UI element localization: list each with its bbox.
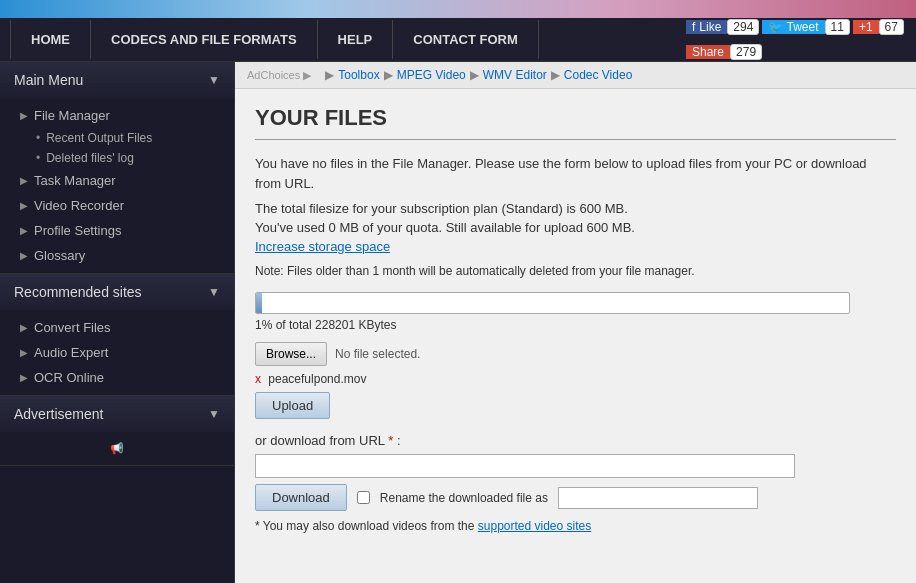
breadcrumb-sep-2: ▶ xyxy=(470,68,479,82)
sidebar-item-arrow: ▶ xyxy=(20,175,28,186)
sidebar-item-convert-files[interactable]: ▶ Convert Files xyxy=(0,315,234,340)
browse-button[interactable]: Browse... xyxy=(255,342,327,366)
sidebar-item-ocr-online[interactable]: ▶ OCR Online xyxy=(0,365,234,390)
sidebar-item-label: OCR Online xyxy=(34,370,104,385)
breadcrumb-wmv[interactable]: WMV Editor xyxy=(483,68,547,82)
sidebar-recommended-header[interactable]: Recommended sites ▼ xyxy=(0,274,234,310)
colon: : xyxy=(397,433,401,448)
upload-section: Browse... No file selected. x peacefulpo… xyxy=(255,342,896,419)
rename-input[interactable] xyxy=(558,487,758,509)
breadcrumb-sep-3: ▶ xyxy=(551,68,560,82)
sidebar-item-arrow: ▶ xyxy=(20,225,28,236)
googleplus-btn[interactable]: +1 67 xyxy=(853,16,904,38)
info-text: You have no files in the File Manager. P… xyxy=(255,154,896,193)
nav-codecs[interactable]: CODECS AND FILE FORMATS xyxy=(91,20,318,59)
breadcrumb-sep-1: ▶ xyxy=(384,68,393,82)
main-layout: Main Menu ▼ ▶ File Manager Recent Output… xyxy=(0,62,916,583)
sidebar-main-menu-arrow: ▼ xyxy=(208,73,220,87)
remove-file-btn[interactable]: x xyxy=(255,372,261,386)
twitter-tweet-label: 🐦 Tweet xyxy=(762,20,824,34)
sidebar-item-task-manager[interactable]: ▶ Task Manager xyxy=(0,168,234,193)
adchoices-label[interactable]: AdChoices ▶ xyxy=(247,69,311,82)
nav-contact[interactable]: CONTACT FORM xyxy=(393,20,538,59)
sidebar-main-menu-header[interactable]: Main Menu ▼ xyxy=(0,62,234,98)
googleplus-count: 67 xyxy=(879,19,904,35)
twitter-tweet-count: 11 xyxy=(825,19,850,35)
nav-help[interactable]: HELP xyxy=(318,20,394,59)
sidebar-item-arrow: ▶ xyxy=(20,200,28,211)
sidebar-item-video-recorder[interactable]: ▶ Video Recorder xyxy=(0,193,234,218)
supported-note-text: * You may also download videos from the xyxy=(255,519,474,533)
sidebar: Main Menu ▼ ▶ File Manager Recent Output… xyxy=(0,62,235,583)
storage-line-1: The total filesize for your subscription… xyxy=(255,201,896,216)
sidebar-sub-recent-output[interactable]: Recent Output Files xyxy=(0,128,234,148)
breadcrumb-mpeg[interactable]: MPEG Video xyxy=(397,68,466,82)
nav-bar: HOME CODECS AND FILE FORMATS HELP CONTAC… xyxy=(0,18,916,62)
googleplus-label: +1 xyxy=(853,20,879,34)
sidebar-recommended-label: Recommended sites xyxy=(14,284,142,300)
sidebar-item-label: Audio Expert xyxy=(34,345,108,360)
sidebar-item-audio-expert[interactable]: ▶ Audio Expert xyxy=(0,340,234,365)
share-count: 279 xyxy=(730,44,762,60)
social-buttons: fLike 294 🐦 Tweet 11 +1 67 Share 279 xyxy=(686,16,906,63)
rename-label: Rename the downloaded file as xyxy=(380,491,548,505)
twitter-tweet-btn[interactable]: 🐦 Tweet 11 xyxy=(762,16,850,38)
file-label: No file selected. xyxy=(335,347,420,361)
sidebar-item-arrow: ▶ xyxy=(20,250,28,261)
nav-links: HOME CODECS AND FILE FORMATS HELP CONTAC… xyxy=(10,20,539,59)
page-title: YOUR FILES xyxy=(255,105,896,140)
sidebar-item-label: Video Recorder xyxy=(34,198,124,213)
sidebar-sub-label: Recent Output Files xyxy=(46,131,152,145)
upload-button[interactable]: Upload xyxy=(255,392,330,419)
facebook-like-count: 294 xyxy=(727,19,759,35)
breadcrumb-codec[interactable]: Codec Video xyxy=(564,68,633,82)
download-label-text: or download from URL xyxy=(255,433,385,448)
sidebar-item-label: Profile Settings xyxy=(34,223,121,238)
download-section: or download from URL * : Download Rename… xyxy=(255,433,896,533)
increase-storage-link[interactable]: Increase storage space xyxy=(255,239,390,254)
supported-note: * You may also download videos from the … xyxy=(255,519,896,533)
sidebar-item-label: File Manager xyxy=(34,108,110,123)
note-text: Note: Files older than 1 month will be a… xyxy=(255,264,896,278)
download-label: or download from URL * : xyxy=(255,433,896,448)
sidebar-item-label: Convert Files xyxy=(34,320,111,335)
progress-label: 1% of total 228201 KBytes xyxy=(255,318,896,332)
share-label: Share xyxy=(686,45,730,59)
url-input[interactable] xyxy=(255,454,795,478)
sidebar-item-arrow: ▶ xyxy=(20,347,28,358)
share-btn[interactable]: Share 279 xyxy=(686,41,762,63)
sidebar-advertisement-header[interactable]: Advertisement ▼ xyxy=(0,396,234,432)
rename-checkbox[interactable] xyxy=(357,491,370,504)
sidebar-sub-deleted-files[interactable]: Deleted files' log xyxy=(0,148,234,168)
sidebar-recommended-items: ▶ Convert Files ▶ Audio Expert ▶ OCR Onl… xyxy=(0,310,234,395)
ad-placeholder: 📢 xyxy=(0,432,234,465)
sidebar-section-recommended: Recommended sites ▼ ▶ Convert Files ▶ Au… xyxy=(0,274,234,396)
breadcrumb: AdChoices ▶ ▶ Toolbox ▶ MPEG Video ▶ WMV… xyxy=(235,62,916,89)
sidebar-item-profile-settings[interactable]: ▶ Profile Settings xyxy=(0,218,234,243)
file-input-row: Browse... No file selected. xyxy=(255,342,896,366)
sidebar-item-file-manager[interactable]: ▶ File Manager xyxy=(0,103,234,128)
required-marker: * xyxy=(388,433,393,448)
content-body: YOUR FILES You have no files in the File… xyxy=(235,89,916,549)
sidebar-advertisement-arrow: ▼ xyxy=(208,407,220,421)
supported-video-sites-link[interactable]: supported video sites xyxy=(478,519,591,533)
facebook-like-btn[interactable]: fLike 294 xyxy=(686,16,759,38)
download-button[interactable]: Download xyxy=(255,484,347,511)
sidebar-main-menu-label: Main Menu xyxy=(14,72,83,88)
progress-container xyxy=(255,292,896,314)
sidebar-item-arrow: ▶ xyxy=(20,322,28,333)
sidebar-item-arrow: ▶ xyxy=(20,110,28,121)
selected-filename: peacefulpond.mov xyxy=(268,372,366,386)
sidebar-item-label: Glossary xyxy=(34,248,85,263)
breadcrumb-toolbox[interactable]: Toolbox xyxy=(338,68,379,82)
selected-file: x peacefulpond.mov xyxy=(255,372,896,386)
sidebar-item-label: Task Manager xyxy=(34,173,116,188)
facebook-like-label: fLike xyxy=(686,20,727,34)
progress-bar-inner xyxy=(256,293,262,313)
sidebar-main-menu-items: ▶ File Manager Recent Output Files Delet… xyxy=(0,98,234,273)
sidebar-item-glossary[interactable]: ▶ Glossary xyxy=(0,243,234,268)
sidebar-advertisement-label: Advertisement xyxy=(14,406,103,422)
nav-home[interactable]: HOME xyxy=(10,20,91,59)
progress-bar-outer xyxy=(255,292,850,314)
breadcrumb-sep-0: ▶ xyxy=(325,68,334,82)
